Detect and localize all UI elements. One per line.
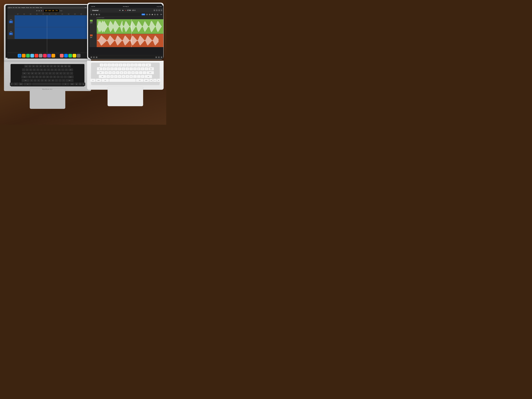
menu-mix[interactable]: Mix	[30, 7, 32, 8]
ipad-key-8[interactable]: 8	[127, 63, 130, 67]
key-h[interactable]: H	[46, 76, 49, 79]
ipad-key-semicolon[interactable]: ;	[139, 71, 142, 75]
ipad-key-arrow-right[interactable]: ▶	[157, 79, 160, 82]
dock-icon-12[interactable]	[68, 54, 72, 57]
ipad-key-cmd-left[interactable]: cmd	[101, 79, 109, 82]
menu-record[interactable]: Record	[26, 7, 29, 8]
ipad-paste-icon[interactable]: 📋	[152, 14, 153, 15]
ipad-bottom-icon-6[interactable]: ⊕	[161, 57, 162, 58]
key-8[interactable]: 8	[51, 68, 54, 71]
key-k[interactable]: K	[53, 76, 56, 79]
macbook-option-key-left[interactable]: option	[19, 82, 23, 86]
ipad-key-comma[interactable]: ,	[133, 75, 137, 78]
ipad-key-f[interactable]: f	[116, 71, 119, 75]
key-shift-right[interactable]: shift	[66, 79, 74, 82]
key-0[interactable]: 0	[58, 68, 61, 71]
key-2[interactable]: 2	[29, 68, 32, 71]
ipad-cut-icon[interactable]: ✂	[146, 14, 148, 15]
macbook-trackpad[interactable]	[30, 89, 65, 109]
ipad-bottom-icon-3[interactable]: ⊞	[96, 57, 97, 58]
key-f4[interactable]: F4	[39, 65, 42, 68]
key-f[interactable]: F	[39, 76, 42, 79]
key-j[interactable]: J	[50, 76, 53, 79]
key-e[interactable]: E	[34, 72, 38, 75]
key-p[interactable]: P	[59, 72, 62, 75]
menu-navigate[interactable]: Navigate	[21, 7, 25, 8]
rewind-button[interactable]: ⏮	[36, 10, 38, 12]
ipad-option-key-left[interactable]: option	[96, 79, 101, 82]
ipad-undo-icon[interactable]: ↩	[154, 14, 156, 15]
record-button[interactable]: ●	[43, 10, 43, 11]
ipad-key-shift-right[interactable]: shift	[145, 75, 152, 78]
key-s[interactable]: S	[32, 76, 35, 79]
key-f2[interactable]: F2	[32, 65, 35, 68]
ipad-key-v[interactable]: v	[118, 75, 121, 78]
ipad-bottom-icon-1[interactable]: ⚙	[90, 57, 92, 58]
ipad-key-4[interactable]: 4	[111, 63, 115, 67]
ipad-key-3[interactable]: 3	[108, 63, 111, 67]
key-l[interactable]: L	[57, 76, 60, 79]
key-lbracket[interactable]: [	[63, 72, 66, 75]
ipad-key-equals[interactable]: =	[142, 63, 145, 67]
ipad-key-9[interactable]: 9	[130, 63, 134, 67]
key-arrow-right[interactable]: ▶	[82, 82, 85, 86]
ipad-bottom-icon-2[interactable]: ♪	[93, 57, 95, 58]
ipad-key-rbracket[interactable]: ]	[145, 67, 148, 71]
key-slash[interactable]: /	[62, 79, 65, 82]
key-3[interactable]: 3	[33, 68, 36, 71]
dock-icon-1[interactable]	[22, 54, 25, 57]
ipad-key-control[interactable]: ctrl	[90, 79, 95, 82]
key-u[interactable]: U	[49, 72, 52, 75]
ipad-key-b[interactable]: b	[122, 75, 125, 78]
key-f12[interactable]: F12	[68, 65, 71, 68]
key-6[interactable]: 6	[43, 68, 47, 71]
key-f3[interactable]: F3	[36, 65, 39, 68]
ipad-pencil-icon[interactable]: ✏	[98, 14, 100, 15]
dock-icon-trash[interactable]	[77, 54, 81, 57]
menu-logic-pro[interactable]: Logic Pro	[8, 7, 12, 8]
key-c[interactable]: C	[37, 79, 40, 82]
menu-file[interactable]: File	[13, 7, 14, 8]
dock-icon-6[interactable]	[43, 54, 47, 57]
ipad-key-tab[interactable]: tab	[97, 67, 102, 71]
dock-icon-7[interactable]	[47, 54, 51, 57]
ipad-key-5[interactable]: 5	[115, 63, 119, 67]
ipad-metronome-icon[interactable]: ♩	[156, 10, 158, 11]
dock-icon-4[interactable]	[35, 54, 38, 57]
ipad-key-x[interactable]: x	[110, 75, 114, 78]
ipad-key-i[interactable]: i	[129, 67, 133, 71]
key-shift-left[interactable]: shift	[22, 79, 30, 82]
ipad-key-s[interactable]: s	[108, 71, 112, 75]
ipad-option-key-right[interactable]: option	[144, 79, 149, 82]
ipad-record-button[interactable]: ●	[125, 9, 126, 11]
dock-icon-3[interactable]	[30, 54, 34, 57]
menu-help[interactable]: Help	[40, 7, 42, 8]
ipad-key-arrow-left[interactable]: ◀	[149, 79, 153, 82]
ipad-grid-icon[interactable]: ⊞	[90, 14, 92, 15]
ipad-key-slash[interactable]: /	[141, 75, 144, 78]
key-v[interactable]: V	[41, 79, 44, 82]
ipad-key-u[interactable]: u	[126, 67, 129, 71]
key-x[interactable]: X	[33, 79, 37, 82]
key-tab[interactable]: tab	[22, 72, 27, 75]
key-5[interactable]: 5	[40, 68, 43, 71]
ipad-trim-button[interactable]: Trim	[142, 14, 145, 15]
ipad-key-p[interactable]: p	[137, 67, 140, 71]
dock-icon-13[interactable]	[73, 54, 76, 57]
key-f6[interactable]: F6	[46, 65, 49, 68]
ipad-key-c[interactable]: c	[114, 75, 118, 78]
ipad-key-d[interactable]: d	[112, 71, 116, 75]
ipad-key-j[interactable]: j	[127, 71, 131, 75]
key-b[interactable]: B	[44, 79, 47, 82]
dock-icon-finder[interactable]: 🔵	[18, 54, 21, 57]
ipad-key-m[interactable]: m	[129, 75, 133, 78]
key-d[interactable]: D	[35, 76, 38, 79]
ipad-bottom-icon-4[interactable]: ✏	[155, 57, 157, 58]
ipad-key-w[interactable]: w	[107, 67, 110, 71]
ipad-bottom-icon-5[interactable]: ✂	[158, 57, 160, 58]
key-f5[interactable]: F5	[43, 65, 46, 68]
key-comma[interactable]: ,	[55, 79, 58, 82]
menu-track[interactable]: Track	[18, 7, 20, 8]
key-7[interactable]: 7	[47, 68, 50, 71]
key-1[interactable]: 1	[25, 68, 29, 71]
